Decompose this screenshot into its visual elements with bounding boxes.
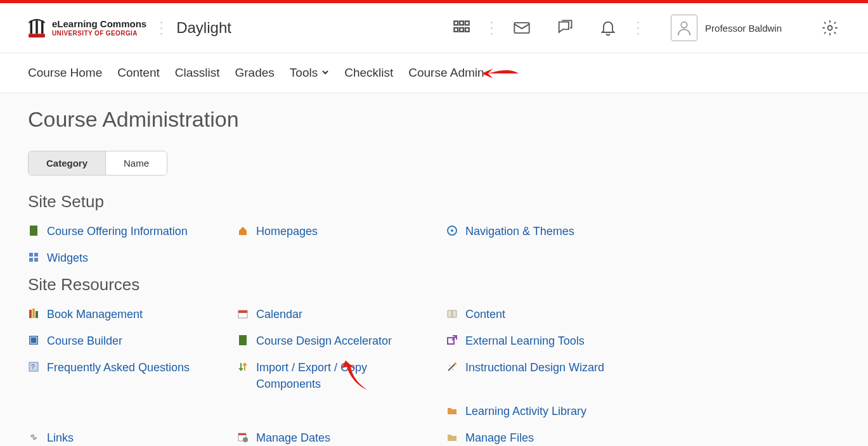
nav-classlist[interactable]: Classlist xyxy=(175,66,220,80)
svg-rect-4 xyxy=(454,22,458,25)
divider-dots xyxy=(491,22,493,35)
gear-icon[interactable] xyxy=(820,18,840,38)
link-instructional-design-wizard[interactable]: Instructional Design Wizard xyxy=(446,359,656,392)
link-import-export-copy[interactable]: Import / Export / Copy Components xyxy=(237,359,396,392)
link-homepages[interactable]: Homepages xyxy=(237,223,446,239)
book-green-icon xyxy=(28,225,39,236)
link-manage-files[interactable]: Manage Files xyxy=(446,430,656,446)
user-menu[interactable]: Professor Baldwin xyxy=(671,15,782,41)
grid-blue-icon xyxy=(28,252,39,263)
calendar-gear-icon xyxy=(237,431,249,443)
uga-logo-block[interactable]: eLearning Commons UNIVERSITY OF GEORGIA xyxy=(28,17,146,39)
svg-rect-8 xyxy=(460,28,463,32)
folder-tan-icon xyxy=(446,431,458,443)
nav-content[interactable]: Content xyxy=(117,66,160,80)
link-manage-dates[interactable]: Manage Dates xyxy=(237,430,446,446)
blueprint-icon xyxy=(28,334,39,346)
divider-dots xyxy=(637,22,639,35)
chevron-down-icon xyxy=(321,68,329,78)
header-icons: Professor Baldwin xyxy=(451,15,840,41)
nav-tools-label: Tools xyxy=(290,66,318,80)
svg-rect-2 xyxy=(36,20,38,34)
apps-grid-icon[interactable] xyxy=(451,18,472,38)
link-course-offering-info[interactable]: Course Offering Information xyxy=(28,223,237,239)
svg-rect-0 xyxy=(29,34,45,37)
empty-cell xyxy=(28,403,237,419)
svg-rect-10 xyxy=(514,23,529,33)
calendar-red-icon xyxy=(237,308,249,319)
svg-rect-18 xyxy=(29,258,33,262)
chat-icon[interactable] xyxy=(555,18,575,38)
link-navigation-themes[interactable]: Navigation & Themes xyxy=(446,223,656,239)
link-learning-activity-library[interactable]: Learning Activity Library xyxy=(446,403,656,419)
book-open-icon xyxy=(446,308,458,319)
logo-text: eLearning Commons UNIVERSITY OF GEORGIA xyxy=(52,19,146,37)
section-site-resources: Site Resources xyxy=(28,275,840,295)
svg-rect-7 xyxy=(454,28,458,32)
course-name[interactable]: Daylight xyxy=(176,19,231,37)
svg-rect-5 xyxy=(460,22,463,25)
avatar xyxy=(671,15,697,41)
toggle-category[interactable]: Category xyxy=(29,151,105,175)
link-links[interactable]: Links xyxy=(28,430,237,446)
svg-rect-16 xyxy=(29,253,33,257)
nav-grades[interactable]: Grades xyxy=(235,66,275,80)
books-stack-icon xyxy=(28,308,39,319)
svg-point-31 xyxy=(454,362,457,365)
home-orange-icon xyxy=(237,225,249,236)
nav-checklist[interactable]: Checklist xyxy=(344,66,393,80)
svg-rect-13 xyxy=(30,226,37,236)
svg-point-11 xyxy=(681,22,687,28)
page-title: Course Administration xyxy=(28,107,840,132)
folder-orange-icon xyxy=(446,405,458,416)
site-resources-grid: Book Management Calendar Content Course … xyxy=(28,306,840,446)
toggle-name[interactable]: Name xyxy=(105,151,167,175)
site-setup-grid: Course Offering Information Homepages Na… xyxy=(28,223,840,266)
svg-rect-3 xyxy=(41,20,44,34)
mail-icon[interactable] xyxy=(512,18,532,38)
compass-blue-icon xyxy=(446,225,458,236)
link-course-design-accelerator[interactable]: Course Design Accelerator xyxy=(237,333,446,349)
link-book-management[interactable]: Book Management xyxy=(28,306,237,322)
top-header: eLearning Commons UNIVERSITY OF GEORGIA … xyxy=(0,3,868,53)
nav-course-home[interactable]: Course Home xyxy=(28,66,102,80)
svg-rect-17 xyxy=(34,253,38,257)
svg-rect-21 xyxy=(32,309,35,318)
svg-rect-6 xyxy=(465,22,469,25)
svg-rect-19 xyxy=(34,258,38,262)
svg-point-32 xyxy=(449,365,450,366)
link-external-learning-tools[interactable]: External Learning Tools xyxy=(446,333,656,349)
divider-dots xyxy=(160,22,162,35)
user-name: Professor Baldwin xyxy=(705,23,782,34)
annotation-arrow-course-admin xyxy=(482,65,519,85)
empty-cell xyxy=(237,403,446,419)
faq-blue-icon: ? xyxy=(28,361,39,373)
link-calendar[interactable]: Calendar xyxy=(237,306,446,322)
link-frequently-asked-questions[interactable]: ? Frequently Asked Questions xyxy=(28,359,237,392)
nav-course-admin[interactable]: Course Admin xyxy=(408,66,484,80)
course-nav: Course Home Content Classlist Grades Too… xyxy=(0,53,868,93)
logo-line2: UNIVERSITY OF GEORGIA xyxy=(52,30,146,37)
svg-point-33 xyxy=(452,369,453,370)
nav-tools[interactable]: Tools xyxy=(290,66,329,80)
external-purple-icon xyxy=(446,334,458,346)
svg-rect-20 xyxy=(29,310,32,318)
view-toggle: Category Name xyxy=(28,151,167,175)
logo-line1: eLearning Commons xyxy=(52,19,146,30)
main-content: Course Administration Category Name Site… xyxy=(0,93,868,446)
svg-rect-22 xyxy=(36,311,38,318)
svg-rect-24 xyxy=(238,310,247,313)
wand-icon xyxy=(446,361,458,373)
svg-rect-27 xyxy=(239,335,247,345)
svg-rect-1 xyxy=(30,20,33,34)
link-gray-icon xyxy=(28,431,39,443)
svg-rect-35 xyxy=(238,433,246,435)
section-site-setup: Site Setup xyxy=(28,192,840,212)
svg-point-15 xyxy=(451,229,453,232)
svg-rect-9 xyxy=(465,28,469,32)
bell-icon[interactable] xyxy=(598,18,618,38)
link-course-builder[interactable]: Course Builder xyxy=(28,333,237,349)
link-widgets[interactable]: Widgets xyxy=(28,250,237,266)
svg-point-36 xyxy=(243,437,248,442)
link-content[interactable]: Content xyxy=(446,306,656,322)
